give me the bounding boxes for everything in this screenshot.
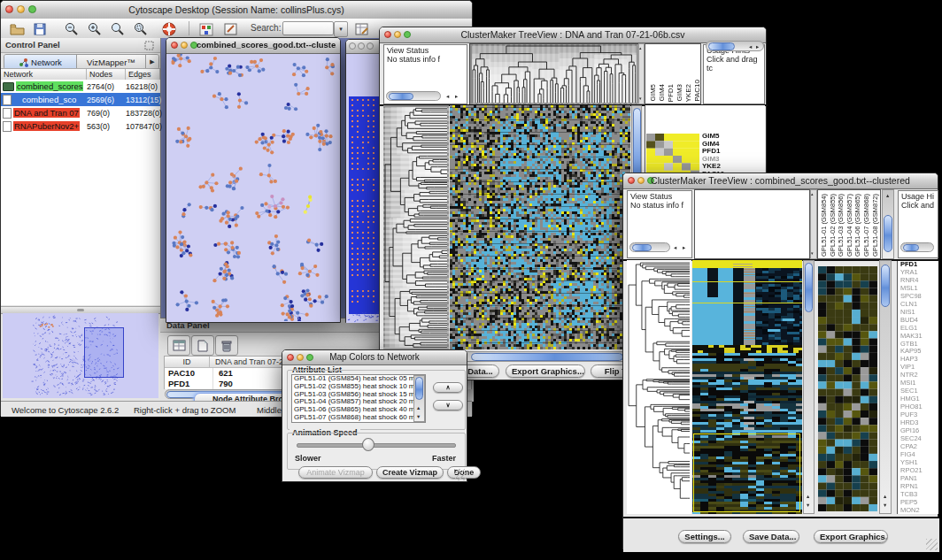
- gene-label[interactable]: MON2: [900, 507, 938, 514]
- scroll-up-icon[interactable]: ▴: [811, 191, 814, 197]
- save-data-button[interactable]: Save Data...: [743, 530, 799, 543]
- export-graphics-button[interactable]: Export Graphics...: [506, 364, 585, 378]
- minimize-button[interactable]: [358, 42, 365, 50]
- scroll-left-icon[interactable]: ◂: [674, 244, 676, 250]
- array-column-label[interactable]: GPL51-07 (GSM868): [862, 194, 870, 257]
- column-label[interactable]: GIM4: [658, 84, 666, 102]
- network-tree-row[interactable]: RNAPuberNov2+563(0)107847(0): [1, 119, 160, 133]
- create-attribute-icon[interactable]: [191, 335, 214, 356]
- settings-button[interactable]: Settings...: [678, 530, 731, 543]
- zoom-out-icon[interactable]: [61, 20, 82, 38]
- column-label[interactable]: PFD1: [667, 84, 675, 102]
- tab-network[interactable]: Network: [4, 55, 77, 69]
- scroll-thumb[interactable]: [471, 353, 623, 361]
- array-column-label[interactable]: GPL51-03 (GSM856): [837, 194, 845, 257]
- tab-vizmapper[interactable]: VizMapper™: [77, 55, 146, 69]
- vizmapper-icon[interactable]: [196, 20, 217, 38]
- array-column-label[interactable]: GPL51-02 (GSM855): [829, 194, 837, 257]
- scroll-up-icon[interactable]: ▴: [884, 493, 886, 499]
- scroll-thumb[interactable]: [881, 265, 890, 307]
- network-overview-canvas[interactable]: [3, 313, 158, 398]
- network-canvas-2[interactable]: [346, 54, 382, 323]
- close-button[interactable]: [171, 42, 178, 49]
- scroll-up-icon[interactable]: ▴: [886, 192, 889, 198]
- scroll-right-icon[interactable]: ▸: [683, 244, 685, 250]
- column-id[interactable]: ID: [165, 357, 210, 367]
- scroll-down-icon[interactable]: ▾: [884, 502, 886, 508]
- scroll-up-icon[interactable]: ▴: [417, 404, 420, 410]
- scroll-down-icon[interactable]: ▾: [639, 96, 642, 102]
- array-column-label[interactable]: GPL51-01 (GSM854): [820, 194, 828, 257]
- scroll-down-icon[interactable]: ▾: [807, 502, 809, 508]
- animate-vizmap-button[interactable]: Animate Vizmap: [298, 466, 373, 479]
- summary-heatmap-canvas[interactable]: [646, 134, 699, 178]
- view-status-hscrollbar[interactable]: [629, 242, 670, 252]
- usage-hscrollbar[interactable]: [900, 242, 934, 252]
- attribute-listbox[interactable]: GPL51-01 (GSM854) heat shock 05 minGPL51…: [291, 374, 426, 423]
- column-dendrogram-canvas[interactable]: [469, 43, 639, 105]
- annotation-icon[interactable]: [220, 20, 242, 38]
- network-tree-row[interactable]: DNA and Tran 07769(0)183728(0): [1, 106, 160, 119]
- scroll-left-icon[interactable]: ◂: [749, 43, 752, 50]
- array-column-label[interactable]: GPL51-04 (GSM857): [845, 194, 853, 257]
- table-edit-icon[interactable]: [351, 20, 373, 38]
- tab-overflow-arrow[interactable]: ▶: [146, 55, 158, 69]
- scroll-up-icon[interactable]: ▴: [807, 493, 809, 499]
- column-label[interactable]: YKE2: [684, 84, 692, 102]
- scroll-thumb[interactable]: [632, 244, 652, 251]
- view-status-hscrollbar[interactable]: [386, 91, 441, 101]
- zoom-selected-icon[interactable]: [130, 20, 151, 38]
- column-label[interactable]: GIM3: [676, 84, 683, 102]
- select-attributes-icon[interactable]: [167, 335, 190, 356]
- scroll-up-icon[interactable]: ▴: [639, 45, 642, 51]
- column-dendrogram-area[interactable]: [694, 189, 810, 259]
- resize-grip[interactable]: [926, 539, 938, 550]
- search-dropdown-button[interactable]: ▾: [334, 21, 348, 37]
- create-vizmap-button[interactable]: Create Vizmap: [376, 466, 444, 479]
- speed-slider-track[interactable]: [297, 443, 456, 448]
- row-dendrogram-canvas[interactable]: [627, 260, 691, 514]
- search-input[interactable]: [282, 21, 334, 35]
- network-canvas[interactable]: [166, 54, 340, 321]
- move-down-button[interactable]: ∨: [433, 400, 463, 410]
- map-colors-titlebar[interactable]: Map Colors to Network: [282, 350, 467, 365]
- heatmap-canvas[interactable]: [450, 105, 630, 349]
- close-button[interactable]: [349, 42, 356, 50]
- delete-attribute-icon[interactable]: [215, 335, 238, 356]
- move-up-button[interactable]: ∧: [433, 382, 463, 393]
- network-view-titlebar[interactable]: combined_scores_good.txt--cluste...: [166, 38, 340, 54]
- cytoscape-titlebar[interactable]: Cytoscape Desktop (Session Name: collins…: [1, 1, 472, 19]
- column-label[interactable]: PAC10: [693, 80, 701, 102]
- help-ring-icon[interactable]: [158, 20, 180, 38]
- scroll-thumb[interactable]: [708, 42, 735, 50]
- treeview2-titlebar[interactable]: ClusterMaker TreeView : combined_scores_…: [623, 173, 938, 189]
- resize-grip[interactable]: [454, 469, 466, 480]
- zoom-button[interactable]: [367, 42, 374, 50]
- scroll-right-icon[interactable]: ▸: [455, 93, 458, 99]
- save-session-icon[interactable]: [29, 20, 50, 38]
- heatmap-vscrollbar[interactable]: ▴ ▾: [803, 260, 815, 514]
- scroll-thumb[interactable]: [884, 215, 892, 252]
- minimize-button[interactable]: [181, 42, 188, 49]
- zoom-fit-icon[interactable]: [107, 20, 128, 38]
- scroll-thumb[interactable]: [415, 377, 423, 400]
- array-column-label[interactable]: GPL51-08 (GSM872): [871, 194, 879, 257]
- zoom-vscrollbar[interactable]: ▴ ▾: [879, 260, 892, 514]
- scroll-thumb[interactable]: [805, 263, 813, 312]
- scroll-left-icon[interactable]: ◂: [446, 93, 449, 99]
- heatmap-canvas[interactable]: [692, 260, 802, 514]
- row-dendrogram-canvas[interactable]: [383, 105, 449, 349]
- zoom-heatmap-canvas[interactable]: [818, 266, 877, 511]
- scroll-strip[interactable]: ▴ ▾: [638, 43, 645, 104]
- scroll-thumb[interactable]: [903, 244, 919, 251]
- summary-hscrollbar[interactable]: ◂▸: [706, 41, 764, 51]
- network-tree-row[interactable]: combined_scores2764(0)16218(0): [1, 80, 160, 93]
- scroll-down-icon[interactable]: ▾: [811, 250, 814, 257]
- top-vscrollbar[interactable]: ▴: [882, 189, 894, 259]
- network-tree-row[interactable]: combined_sco2569(6)13112(15): [1, 93, 160, 106]
- speed-slider-thumb[interactable]: [362, 438, 374, 451]
- column-label[interactable]: GIM5: [649, 84, 657, 102]
- scroll-right-icon[interactable]: ▸: [756, 43, 759, 50]
- array-column-label[interactable]: GPL51-06 (GSM865): [853, 194, 861, 257]
- open-session-icon[interactable]: [6, 20, 27, 38]
